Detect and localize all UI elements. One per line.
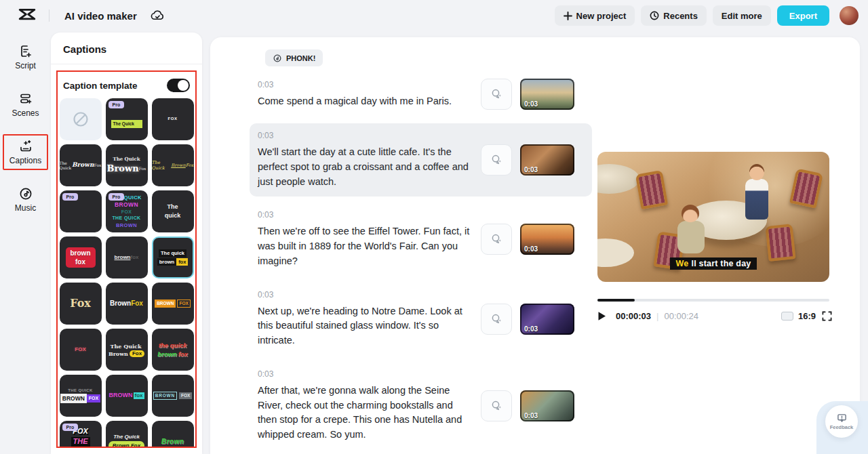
scene-caption-text[interactable]: Next up, we're heading to Notre Dame. Lo… [258, 304, 473, 348]
tile-text-line: FOX [121, 209, 132, 215]
toggle-knob [178, 80, 189, 91]
caption-template-t2[interactable]: ProThe Quick [106, 98, 148, 140]
scene-timestamp: 0:03 [258, 210, 473, 220]
nav-item-captions[interactable]: Captions [3, 134, 48, 170]
toolbar-actions: New project Recents Edit more Export [555, 5, 859, 26]
scene-timestamp: 0:03 [258, 80, 473, 89]
divider [49, 9, 50, 22]
caption-template-label: Caption template [63, 81, 138, 91]
voiceover-button[interactable] [481, 79, 512, 110]
tile-text-line: The Quick Brown Fox [152, 160, 194, 171]
nav-item-script[interactable]: Script [9, 39, 41, 75]
music-track-chip[interactable]: PHONK! [265, 49, 323, 66]
edit-more-button[interactable]: Edit more [713, 5, 771, 26]
caption-template-t8[interactable]: ProTHE QUICKBROWNFOXTHE QUICKBROWN [106, 190, 148, 232]
recents-button[interactable]: Recents [641, 5, 707, 26]
caption-template-t7[interactable]: Pro [60, 190, 102, 232]
caption-template-t19[interactable]: THE QUICKBROWNFOX [60, 375, 102, 417]
caption-template-t14[interactable]: Brown Fox [106, 283, 148, 325]
nav-item-scenes[interactable]: Scenes [6, 87, 44, 123]
tile-text-line: Brown [161, 438, 184, 447]
tile-text-line: The quick [159, 249, 186, 257]
user-avatar[interactable] [840, 6, 859, 25]
caption-template-t11[interactable]: brown fox [106, 236, 148, 278]
caption-template-t16[interactable]: FOX [60, 329, 102, 371]
plus-icon [564, 12, 572, 20]
caption-template-t21[interactable]: BROWNFOX [152, 375, 194, 417]
player-controls: 00:00:03 | 00:00:24 16:9 [593, 307, 833, 325]
tile-text-line: Brown Fox [108, 441, 144, 448]
no-caption-icon [72, 110, 90, 128]
scene-thumbnail[interactable]: 0:03 [520, 304, 574, 335]
scene-row[interactable]: 0:03 Come spend a magical day with me in… [250, 71, 592, 117]
voiceover-button[interactable] [481, 144, 512, 176]
scene-caption-list: 0:03 Come spend a magical day with me in… [250, 71, 592, 454]
scene-timestamp: 0:03 [258, 369, 473, 379]
caption-template-t10[interactable]: brown fox [60, 236, 102, 278]
tile-text-line: BROWNfox [109, 392, 144, 399]
scene-row[interactable]: 0:03 Next up, we're heading to Notre Dam… [250, 283, 592, 356]
scene-timestamp: 0:03 [258, 290, 473, 300]
scene-thumbnail[interactable]: 0:03 [520, 79, 574, 110]
new-project-button[interactable]: New project [555, 5, 635, 26]
tile-text-line: THE [71, 437, 90, 447]
tile-text-line: THE QUICK [68, 388, 93, 394]
voiceover-button[interactable] [481, 390, 512, 421]
tile-text-line: Brown Fox [110, 300, 143, 308]
caption-template-t5[interactable]: The QuickBrown Fox [106, 144, 148, 186]
caption-template-t22[interactable]: ProFOXTHEQUICK [60, 421, 102, 448]
caption-template-t18[interactable]: the quickbrown fox [152, 329, 194, 371]
scene-thumbnail[interactable]: 0:03 [520, 390, 574, 421]
scene-thumbnail[interactable]: 0:03 [520, 144, 574, 176]
scene-row[interactable]: 0:03 Then we're off to see the Eiffel To… [250, 203, 592, 276]
fullscreen-button[interactable] [821, 310, 833, 323]
caption-template-t20[interactable]: BROWNfox [106, 375, 148, 417]
caption-template-t6[interactable]: The Quick Brown Fox [152, 144, 194, 186]
scene-caption-text[interactable]: After that, we're gonna walk along the S… [258, 384, 473, 442]
nav-item-music[interactable]: Music [9, 182, 41, 218]
capcut-logo-icon[interactable] [18, 7, 37, 24]
customer-figure [677, 221, 705, 253]
caption-template-t4[interactable]: The Quick Brown Fox [60, 144, 102, 186]
tile-text-line: BROWNFOX [153, 392, 193, 399]
feedback-button[interactable]: Feedback [825, 405, 858, 438]
tile-text-line: BROWN [116, 222, 137, 228]
scene-caption-text[interactable]: Then we're off to see the Eiffel Tower. … [258, 224, 473, 268]
scene-row[interactable]: 0:03 After that, we're gonna walk along … [250, 362, 592, 450]
playback-progress-bar[interactable] [597, 299, 829, 302]
captions-icon [18, 139, 33, 154]
caption-template-t15[interactable]: BROWNFOX [152, 283, 194, 325]
scene-timestamp: 0:03 [258, 131, 473, 140]
tile-text-line: brown fox [66, 247, 96, 268]
caption-template-t23[interactable]: The QuickBrown Fox [106, 421, 148, 448]
voiceover-button[interactable] [481, 304, 512, 335]
export-button[interactable]: Export [777, 5, 829, 26]
tile-text-line: BROWNFOX [155, 300, 191, 308]
scene-caption-text[interactable]: Come spend a magical day with me in Pari… [258, 94, 473, 109]
script-icon [18, 44, 33, 59]
caption-template-t12[interactable]: The quickbrown fox [152, 236, 194, 278]
cloud-sync-icon[interactable] [151, 9, 165, 22]
caption-template-t3[interactable]: FOX [152, 98, 194, 140]
scene-caption-text[interactable]: We'll start the day at a cute little caf… [258, 145, 473, 189]
aspect-ratio-icon[interactable] [781, 312, 793, 321]
caption-template-t13[interactable]: Fox [60, 283, 102, 325]
scene-main: 0:03 After that, we're gonna walk along … [258, 369, 473, 442]
caption-template-t9[interactable]: Thequick [152, 190, 194, 232]
tile-text-line: The Quick [113, 157, 140, 163]
phonk-music-icon [273, 54, 282, 63]
voiceover-button[interactable] [481, 224, 512, 255]
caption-template-t17[interactable]: The QuickBrownFox [106, 329, 148, 371]
caption-template-none[interactable] [60, 98, 102, 140]
video-preview[interactable]: Well start the day [597, 152, 829, 282]
editor-main-area: PHONK! 0:03 Come spend a magical day wit… [210, 37, 860, 454]
caption-template-t24[interactable]: Brown [152, 421, 194, 448]
scene-thumbnail[interactable]: 0:03 [520, 224, 574, 255]
fullscreen-icon [822, 311, 832, 321]
scene-row[interactable]: 0:03 We'll start the day at a cute littl… [250, 123, 592, 197]
tile-text-line: BROWNFOX [60, 394, 100, 403]
current-time: 00:00:03 [616, 311, 651, 321]
caption-template-toggle[interactable] [167, 79, 190, 92]
play-button[interactable] [593, 308, 610, 324]
feedback-icon [837, 413, 847, 423]
